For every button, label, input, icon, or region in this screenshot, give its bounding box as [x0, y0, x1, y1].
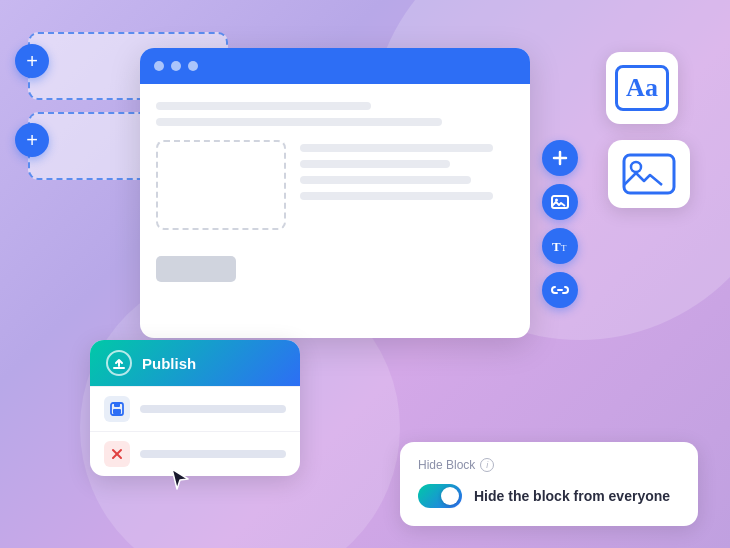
save-menu-item[interactable] — [90, 386, 300, 431]
right-content-lines — [300, 136, 514, 208]
cancel-menu-item[interactable] — [90, 431, 300, 476]
save-icon — [104, 396, 130, 422]
svg-rect-2 — [552, 196, 568, 208]
cursor-icon — [170, 467, 190, 496]
right-line-3 — [300, 176, 471, 184]
right-line-1 — [300, 144, 493, 152]
info-icon: i — [480, 458, 494, 472]
svg-rect-10 — [113, 409, 121, 414]
save-menu-line — [140, 405, 286, 413]
publish-button[interactable]: Publish — [90, 340, 300, 386]
content-line-2 — [156, 118, 442, 126]
image-tool-icon — [620, 151, 678, 197]
right-line-2 — [300, 160, 450, 168]
hide-block-title-text: Hide Block — [418, 458, 475, 472]
toggle-knob — [441, 487, 459, 505]
browser-dot-1 — [154, 61, 164, 71]
add-link-button[interactable] — [542, 272, 578, 308]
content-action-btn — [156, 256, 236, 282]
publish-card: Publish — [90, 340, 300, 476]
publish-label: Publish — [142, 355, 196, 372]
hide-block-card: Hide Block i Hide the block from everyon… — [400, 442, 698, 526]
browser-window — [140, 48, 530, 338]
svg-text:T: T — [561, 243, 567, 253]
content-line-1 — [156, 102, 371, 110]
svg-rect-9 — [114, 403, 120, 407]
aa-icon: Aa — [626, 73, 658, 103]
cancel-icon — [104, 441, 130, 467]
add-block-button-1[interactable]: + — [15, 44, 49, 78]
svg-rect-6 — [624, 155, 674, 193]
hide-block-row: Hide the block from everyone — [418, 484, 680, 508]
hide-block-toggle[interactable] — [418, 484, 462, 508]
svg-text:T: T — [552, 239, 561, 254]
browser-titlebar — [140, 48, 530, 84]
publish-upload-icon — [106, 350, 132, 376]
right-line-4 — [300, 192, 493, 200]
browser-content — [140, 84, 530, 304]
add-text-button[interactable]: T T — [542, 228, 578, 264]
svg-point-3 — [555, 199, 558, 202]
add-image-button[interactable] — [542, 184, 578, 220]
cancel-menu-line — [140, 450, 286, 458]
hide-block-label: Hide the block from everyone — [474, 488, 670, 504]
add-block-button-2[interactable]: + — [15, 123, 49, 157]
browser-dot-3 — [188, 61, 198, 71]
tool-card-typography[interactable]: Aa — [606, 52, 678, 124]
tool-card-image[interactable] — [608, 140, 690, 208]
placeholder-image-box — [156, 140, 286, 230]
hide-block-title: Hide Block i — [418, 458, 680, 472]
browser-dot-2 — [171, 61, 181, 71]
add-element-button[interactable] — [542, 140, 578, 176]
sidebar-icons-group: T T — [542, 140, 578, 308]
svg-point-7 — [631, 162, 641, 172]
